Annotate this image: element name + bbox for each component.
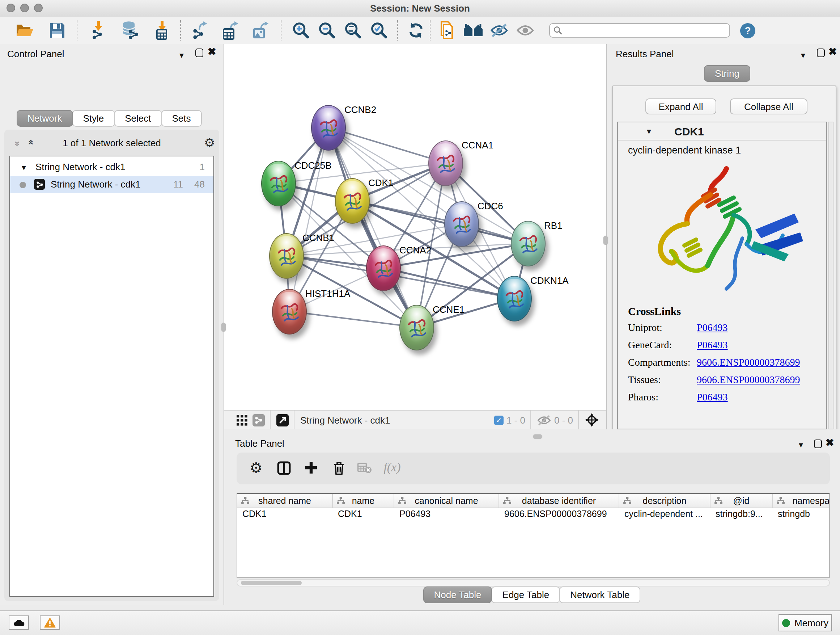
network-view-canvas[interactable]: CCNB2CCNA1CDC25BCDK1CDC6RB1CCNB1CCNA2CDK… — [224, 44, 606, 410]
fit-content-crosshair-icon[interactable] — [584, 413, 599, 427]
cell-name[interactable]: CDK1 — [333, 508, 394, 521]
splitter-handle[interactable] — [603, 236, 608, 245]
splitter-handle[interactable] — [221, 323, 226, 332]
tab-string[interactable]: String — [704, 65, 750, 82]
splitter-handle[interactable] — [533, 434, 542, 439]
network-node-cdkn1a[interactable] — [497, 276, 532, 321]
tab-select[interactable]: Select — [114, 110, 162, 127]
cell-namespace[interactable]: stringdb — [773, 508, 830, 521]
column-header-description[interactable]: description — [619, 494, 711, 508]
search-input[interactable] — [549, 23, 730, 38]
memory-button[interactable]: Memory — [778, 614, 832, 631]
collapse-triangle-icon[interactable]: ▼ — [20, 164, 27, 172]
network-node-ccnb1[interactable] — [269, 233, 304, 279]
network-node-rb1[interactable] — [511, 220, 546, 266]
column-header-shared-name[interactable]: shared name — [237, 494, 333, 508]
cloud-button[interactable] — [9, 616, 29, 630]
refresh-icon[interactable] — [405, 19, 427, 41]
hide-selected-icon[interactable] — [488, 19, 510, 41]
panel-menu-icon[interactable]: ▼ — [797, 440, 805, 450]
selected-checkbox-icon[interactable]: ✓ — [494, 415, 504, 424]
function-builder-icon[interactable]: f(x) — [380, 458, 404, 477]
toolbar-separator — [578, 410, 579, 429]
tab-node-table[interactable]: Node Table — [423, 586, 492, 603]
network-node-cdc25b[interactable] — [261, 160, 296, 206]
crosslink-genecard-link[interactable]: P06493 — [697, 340, 728, 351]
network-node-cdc6[interactable] — [444, 201, 479, 247]
cell-canonical-name[interactable]: P06493 — [394, 508, 499, 521]
panel-close-icon[interactable]: ✖ — [208, 47, 216, 57]
tab-sets[interactable]: Sets — [161, 110, 202, 127]
zoom-selected-icon[interactable] — [368, 19, 390, 41]
network-edge[interactable] — [328, 127, 446, 163]
column-header--id[interactable]: @id — [711, 494, 773, 508]
gear-icon[interactable]: ⚙ — [247, 458, 265, 477]
zoom-out-icon[interactable] — [316, 19, 338, 41]
column-header-database-identifier[interactable]: database identifier — [499, 494, 619, 508]
crosslink-pharos-link[interactable]: P06493 — [697, 392, 728, 403]
network-node-ccne1[interactable] — [399, 304, 434, 350]
string-panel-icon[interactable] — [253, 414, 265, 426]
network-edge[interactable] — [384, 268, 515, 298]
panel-float-icon[interactable] — [195, 49, 203, 57]
network-node-ccna2[interactable] — [366, 245, 401, 291]
collapse-triangle-icon[interactable]: ▼ — [645, 127, 653, 135]
crosslink-tissues-link[interactable]: 9606.ENSP00000378699 — [697, 374, 800, 386]
panel-menu-icon[interactable]: ▼ — [178, 51, 185, 60]
zoom-fit-icon[interactable] — [342, 19, 364, 41]
panel-close-icon[interactable]: ✖ — [829, 47, 837, 57]
network-node-ccna1[interactable] — [428, 140, 463, 186]
network-collection-row[interactable]: ▼ String Network - cdk1 1 — [10, 158, 213, 176]
delete-table-icon[interactable] — [355, 458, 374, 477]
import-network-from-file-icon[interactable] — [88, 19, 109, 41]
panel-close-icon[interactable]: ✖ — [826, 438, 834, 448]
panel-menu-icon[interactable]: ▼ — [799, 51, 807, 60]
birdseye-grid-icon[interactable] — [236, 414, 248, 426]
cell-database-identifier[interactable]: 9606.ENSP00000378699 — [499, 508, 619, 521]
tab-network[interactable]: Network — [17, 110, 73, 127]
export-image-icon[interactable] — [250, 19, 272, 41]
column-header-namespace[interactable]: namespace — [773, 494, 830, 508]
save-session-icon[interactable] — [46, 19, 68, 41]
open-session-icon[interactable] — [14, 19, 36, 41]
scrollbar-thumb[interactable] — [241, 581, 302, 585]
cell-description[interactable]: cyclin-dependent ... — [619, 508, 711, 521]
warning-button[interactable] — [40, 616, 60, 630]
zoom-in-icon[interactable] — [290, 19, 312, 41]
crosslink-compartments-link[interactable]: 9606.ENSP00000378699 — [697, 357, 800, 369]
network-row-selected[interactable]: String Network - cdk1 11 48 — [10, 176, 213, 193]
network-node-hist1h1a[interactable] — [272, 288, 307, 334]
tab-edge-table[interactable]: Edge Table — [492, 586, 561, 603]
add-column-icon[interactable] — [302, 458, 321, 477]
delete-column-icon[interactable] — [329, 458, 348, 477]
cell-shared-name[interactable]: CDK1 — [237, 508, 333, 521]
tab-network-table[interactable]: Network Table — [559, 586, 640, 603]
open-in-window-icon[interactable] — [276, 414, 289, 426]
collapse-all-button[interactable]: Collapse All — [730, 98, 807, 114]
tab-style[interactable]: Style — [72, 110, 115, 127]
panel-float-icon[interactable] — [817, 49, 825, 57]
table-horizontal-scrollbar[interactable] — [237, 579, 830, 586]
expand-all-button[interactable]: Expand All — [645, 98, 716, 114]
crosslink-uniprot-link[interactable]: P06493 — [697, 322, 728, 334]
export-network-icon[interactable] — [189, 19, 211, 41]
cell--id[interactable]: stringdb:9... — [711, 508, 773, 521]
show-all-icon[interactable] — [515, 19, 536, 41]
import-network-from-database-icon[interactable] — [119, 19, 141, 41]
table-row[interactable]: CDK1CDK1P064939606.ENSP00000378699cyclin… — [237, 508, 830, 521]
results-scrollbar[interactable] — [829, 122, 834, 429]
panel-float-icon[interactable] — [814, 440, 822, 448]
help-icon[interactable]: ? — [740, 23, 755, 38]
duplicate-network-icon[interactable] — [435, 19, 456, 41]
import-table-from-file-icon[interactable] — [151, 19, 173, 41]
first-neighbors-icon[interactable] — [462, 19, 484, 41]
network-node-cdk1[interactable] — [335, 178, 370, 223]
column-header-name[interactable]: name — [333, 494, 394, 508]
network-node-ccnb2[interactable] — [311, 105, 346, 150]
export-table-icon[interactable] — [220, 19, 242, 41]
gear-icon[interactable]: ⚙ — [204, 135, 215, 150]
node-entry-header[interactable]: ▼ CDK1 — [618, 122, 826, 141]
network-edge[interactable] — [289, 311, 417, 327]
show-columns-icon[interactable] — [274, 458, 293, 477]
column-header-canonical-name[interactable]: canonical name — [394, 494, 499, 508]
